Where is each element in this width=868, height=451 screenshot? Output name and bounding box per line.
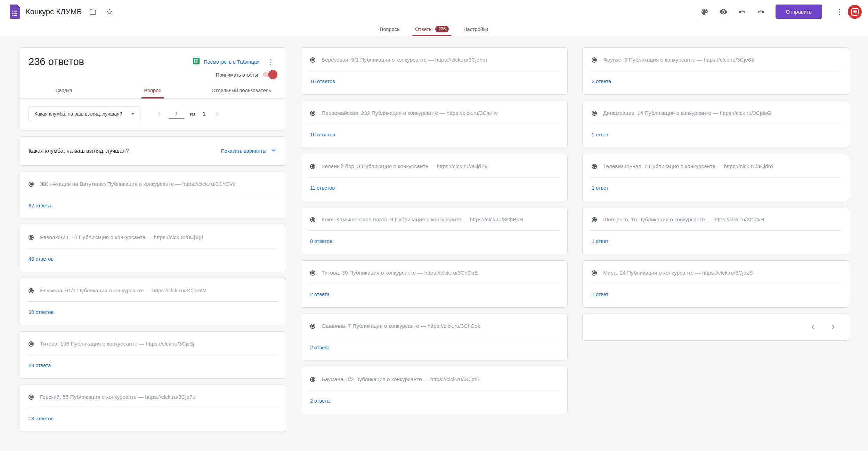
radio-option-icon <box>592 270 597 276</box>
tab-questions[interactable]: Вопросы <box>375 23 405 36</box>
answer-count-link[interactable]: 1 ответ <box>592 238 608 244</box>
card-divider <box>590 124 841 124</box>
accepting-responses-label: Принимать ответы <box>216 72 258 78</box>
answer-card: Шевченко, 15 Публикация о конкурсанте — … <box>582 207 849 254</box>
account-avatar[interactable]: НН <box>848 5 862 19</box>
column-middle: Берёзовая, 5/1 Публикация о конкурсанте … <box>301 47 568 414</box>
radio-option-icon <box>310 324 315 329</box>
answer-count-link[interactable]: 8 ответов <box>310 238 332 244</box>
more-options-button[interactable]: ⋮ <box>829 4 844 19</box>
answer-count-link[interactable]: 18 ответов <box>29 416 54 421</box>
radio-option-icon <box>310 57 315 63</box>
tab-questions-label: Вопросы <box>380 26 400 32</box>
question-select[interactable]: Какая клумба, на ваш взгляд, лучшая? <box>29 106 140 121</box>
card-divider <box>590 177 841 177</box>
answer-option-title: Фрунзе, 3 Публикация о конкурсанте — htt… <box>603 57 754 63</box>
undo-icon <box>738 8 746 16</box>
answer-count-link[interactable]: 2 ответа <box>310 292 330 297</box>
theme-button[interactable] <box>697 4 712 19</box>
answer-card: Телевизионная, 7 Публикация о конкурсант… <box>582 154 849 201</box>
view-in-sheets-link[interactable]: Посмотреть в Таблицах <box>193 58 259 66</box>
redo-icon <box>757 8 765 16</box>
active-view-tab-underline <box>141 97 164 98</box>
answer-option-title: Баумана, 3/2 Публикация о конкурсанте — … <box>322 376 480 382</box>
card-divider <box>590 284 841 284</box>
answer-card: Ошанина, 7 Публикация о конкурсанте — ht… <box>301 314 568 361</box>
tab-responses[interactable]: Ответы 236 <box>410 23 454 36</box>
card-divider <box>308 124 560 124</box>
answer-card: ЖК «Акация на Ватутина» Публикация о кон… <box>19 172 286 219</box>
answers-pagination-card <box>582 314 849 341</box>
tab-question[interactable]: Вопрос <box>108 83 197 98</box>
send-button[interactable]: Отправить <box>776 5 822 19</box>
tab-settings[interactable]: Настройки <box>459 23 493 36</box>
answers-next-button[interactable] <box>828 322 838 332</box>
answer-count-link[interactable]: 23 ответа <box>29 363 51 368</box>
answer-card: Динамовцев, 14 Публикация о конкурсанте … <box>582 101 849 148</box>
column-right: Фрунзе, 3 Публикация о конкурсанте — htt… <box>582 47 849 341</box>
answer-option-title: Революции, 10 Публикация о конкурсанте —… <box>40 234 203 240</box>
answer-count-link[interactable]: 40 ответов <box>29 256 54 262</box>
answer-card: Революции, 10 Публикация о конкурсанте —… <box>19 225 286 272</box>
form-title[interactable]: Конкурс КЛУМБ <box>26 7 82 16</box>
radio-option-icon <box>310 164 315 169</box>
card-divider <box>590 71 841 71</box>
radio-option-icon <box>592 164 597 169</box>
accepting-responses-toggle[interactable] <box>263 72 277 78</box>
answer-option-title: Первомайская, 232 Публикация о конкурсан… <box>322 110 498 116</box>
chevron-down-icon <box>270 147 277 155</box>
answer-option-title: Титова, 39 Публикация о конкурсанте — ht… <box>322 270 478 276</box>
answer-count-link[interactable]: 2 ответа <box>592 79 611 84</box>
tab-settings-label: Настройки <box>463 26 488 32</box>
pager-prev-button[interactable] <box>154 109 164 119</box>
google-forms-logo-icon[interactable] <box>10 5 20 19</box>
star-button[interactable] <box>102 4 117 19</box>
answer-list-left: ЖК «Акация на Ватутина» Публикация о кон… <box>19 172 286 432</box>
answer-count-link[interactable]: 16 ответов <box>310 79 335 84</box>
answer-card: Ключ-Камышенское плато, 9 Публикация о к… <box>301 207 568 254</box>
responses-count-title: 236 ответов <box>29 56 193 68</box>
active-tab-underline <box>412 35 452 36</box>
answer-count-link[interactable]: 62 ответа <box>29 203 51 208</box>
answer-count-link[interactable]: 11 ответов <box>310 185 335 191</box>
answer-count-link[interactable]: 30 ответов <box>29 309 54 315</box>
pager-of-label: из <box>189 111 196 117</box>
card-divider <box>308 284 560 284</box>
panel-more-options-button[interactable]: ⋮ <box>265 58 277 66</box>
toggle-knob <box>268 70 277 79</box>
answer-option-title: Зелёный бор, 3 Публикация о конкурсанте … <box>322 163 488 169</box>
tab-summary[interactable]: Сводка <box>19 83 108 98</box>
dropdown-arrow-icon <box>131 113 135 115</box>
card-divider <box>308 71 560 71</box>
responses-content: 236 ответов Посмотреть в Таблицах ⋮ <box>0 36 868 432</box>
move-to-folder-button[interactable] <box>85 4 100 19</box>
answer-option-title: Ошанина, 7 Публикация о конкурсанте — ht… <box>322 323 480 329</box>
answer-count-link[interactable]: 1 ответ <box>592 292 608 297</box>
answer-count-link[interactable]: 1 ответ <box>592 132 608 137</box>
tab-individual[interactable]: Отдельный пользователь <box>197 83 286 98</box>
pager-next-button[interactable] <box>212 109 222 119</box>
answer-count-link[interactable]: 1 ответ <box>592 185 608 191</box>
card-divider <box>308 390 560 390</box>
answers-prev-button[interactable] <box>808 322 818 332</box>
answer-option-title: Динамовцев, 14 Публикация о конкурсанте … <box>603 110 771 116</box>
show-options-link[interactable]: Показать варианты <box>221 147 277 155</box>
answer-list-right: Фрунзе, 3 Публикация о конкурсанте — htt… <box>582 47 849 308</box>
radio-option-icon <box>310 270 315 276</box>
card-divider <box>26 355 278 355</box>
answer-count-link[interactable]: 2 ответа <box>310 345 330 350</box>
preview-button[interactable] <box>716 4 731 19</box>
question-pager: 1 из 1 <box>154 109 222 119</box>
redo-button[interactable] <box>753 4 769 19</box>
undo-button[interactable] <box>735 4 750 19</box>
answer-card: Титова, 39 Публикация о конкурсанте — ht… <box>301 260 568 308</box>
folder-icon <box>89 8 97 16</box>
radio-option-icon <box>29 182 34 187</box>
pager-current-page[interactable]: 1 <box>169 109 184 119</box>
question-title: Какая клумба, на ваш взгляд, лучшая? <box>29 148 129 154</box>
answer-count-link[interactable]: 2 ответа <box>310 398 330 404</box>
kebab-icon: ⋮ <box>834 8 845 16</box>
answer-count-link[interactable]: 16 ответов <box>310 132 335 137</box>
card-divider <box>26 248 278 248</box>
tab-responses-label: Ответы <box>415 26 432 32</box>
